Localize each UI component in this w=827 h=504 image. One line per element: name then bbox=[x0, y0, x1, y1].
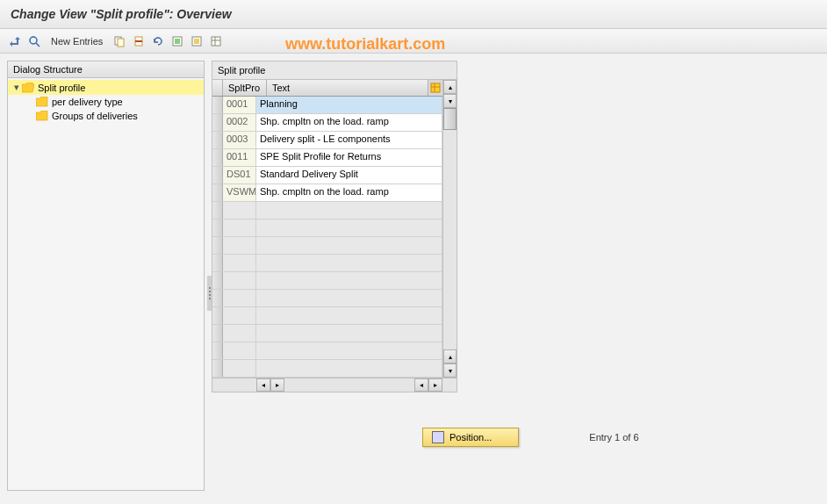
entry-count-text: Entry 1 of 6 bbox=[589, 432, 638, 443]
cell-text[interactable]: Standard Delivery Split bbox=[256, 167, 442, 184]
column-header-text[interactable]: Text bbox=[267, 80, 428, 96]
table-row[interactable]: VSWM Shp. cmpltn on the load. ramp bbox=[212, 184, 442, 202]
cell-code[interactable]: 0003 bbox=[223, 132, 256, 148]
tree-item-per-delivery-type[interactable]: per delivery type bbox=[8, 95, 204, 109]
cell-code[interactable]: 0001 bbox=[223, 97, 256, 113]
table-row[interactable]: 0001 Planning bbox=[212, 97, 442, 114]
position-button[interactable]: Position... bbox=[422, 428, 519, 447]
table-row[interactable]: 0002 Shp. cmpltn on the load. ramp bbox=[212, 114, 442, 132]
scroll-left-icon[interactable]: ◂ bbox=[256, 378, 270, 392]
folder-open-icon bbox=[22, 83, 34, 93]
column-header-code[interactable]: SpltPro bbox=[223, 80, 267, 96]
row-selector[interactable] bbox=[212, 114, 223, 131]
toggle-display-icon[interactable] bbox=[7, 33, 23, 49]
deselect-all-icon[interactable] bbox=[189, 33, 205, 49]
table-row[interactable] bbox=[212, 360, 442, 378]
cell-code[interactable]: 0002 bbox=[223, 114, 256, 131]
table-row[interactable] bbox=[212, 255, 442, 272]
cell-text[interactable]: Delivery split - LE components bbox=[256, 132, 442, 148]
scroll-down-icon[interactable]: ▾ bbox=[443, 364, 457, 378]
new-entries-button[interactable]: New Entries bbox=[46, 34, 108, 48]
tree-item-groups-of-deliveries[interactable]: Groups of deliveries bbox=[8, 109, 204, 123]
scroll-down-icon[interactable]: ▾ bbox=[443, 94, 457, 108]
tree-item-label: Split profile bbox=[38, 83, 85, 93]
page-title: Change View "Split profile": Overview bbox=[0, 0, 827, 29]
folder-icon bbox=[36, 97, 48, 107]
svg-point-0 bbox=[30, 37, 37, 44]
split-profile-title: Split profile bbox=[212, 61, 457, 80]
scroll-thumb[interactable] bbox=[443, 108, 457, 130]
cell-text[interactable]: Shp. cmpltn on the load. ramp bbox=[256, 114, 442, 131]
svg-rect-3 bbox=[118, 39, 124, 47]
dialog-structure-header: Dialog Structure bbox=[8, 61, 204, 78]
configure-columns-icon[interactable] bbox=[428, 80, 442, 96]
table-row[interactable] bbox=[212, 325, 442, 342]
folder-icon bbox=[36, 111, 48, 121]
tree-item-label: Groups of deliveries bbox=[52, 111, 138, 121]
table-row[interactable]: 0011 SPE Split Profile for Returns bbox=[212, 149, 442, 167]
scroll-right-icon[interactable]: ▸ bbox=[270, 378, 284, 392]
table-header: SpltPro Text bbox=[212, 80, 442, 97]
cell-code[interactable]: VSWM bbox=[223, 184, 256, 201]
row-selector[interactable] bbox=[212, 184, 223, 201]
vertical-scrollbar[interactable]: ▴ ▾ ▴ ▾ bbox=[442, 80, 457, 378]
cell-code[interactable]: 0011 bbox=[223, 149, 256, 166]
main-panel: Split profile SpltPro Text 000 bbox=[212, 54, 827, 498]
scroll-left-icon[interactable]: ◂ bbox=[414, 378, 428, 392]
table-row[interactable] bbox=[212, 237, 442, 255]
cell-text[interactable]: Planning bbox=[256, 97, 442, 113]
cell-text[interactable]: SPE Split Profile for Returns bbox=[256, 149, 442, 166]
table-row[interactable]: 0003 Delivery split - LE components bbox=[212, 132, 442, 149]
table-row[interactable] bbox=[212, 307, 442, 325]
toolbar: New Entries bbox=[0, 29, 827, 54]
dialog-structure-panel: Dialog Structure ▾ Split profile per del… bbox=[7, 61, 205, 491]
table-row[interactable] bbox=[212, 342, 442, 360]
table-row[interactable] bbox=[212, 290, 442, 307]
tree-item-label: per delivery type bbox=[52, 97, 123, 107]
delete-icon[interactable] bbox=[131, 33, 147, 49]
horizontal-scrollbar[interactable]: ◂ ▸ ◂ ▸ bbox=[212, 378, 457, 392]
svg-rect-9 bbox=[194, 39, 199, 44]
row-selector[interactable] bbox=[212, 97, 223, 113]
tree-item-split-profile[interactable]: ▾ Split profile bbox=[8, 80, 204, 95]
row-selector[interactable] bbox=[212, 132, 223, 148]
position-button-label: Position... bbox=[449, 432, 492, 443]
row-selector[interactable] bbox=[212, 149, 223, 166]
table-settings-icon[interactable] bbox=[208, 33, 224, 49]
svg-line-1 bbox=[36, 43, 40, 47]
splitter-handle[interactable] bbox=[207, 276, 212, 311]
cell-text[interactable]: Shp. cmpltn on the load. ramp bbox=[256, 184, 442, 201]
select-all-icon[interactable] bbox=[169, 33, 185, 49]
table-row[interactable] bbox=[212, 202, 442, 220]
cell-code[interactable]: DS01 bbox=[223, 167, 256, 184]
table-row[interactable] bbox=[212, 272, 442, 290]
scroll-up-icon[interactable]: ▴ bbox=[443, 349, 457, 364]
tree: ▾ Split profile per delivery type Groups… bbox=[8, 78, 204, 125]
content-area: Dialog Structure ▾ Split profile per del… bbox=[0, 54, 827, 498]
table-body: 0001 Planning 0002 Shp. cmpltn on the lo… bbox=[212, 97, 442, 378]
undo-icon[interactable] bbox=[150, 33, 166, 49]
collapse-icon[interactable]: ▾ bbox=[11, 82, 22, 93]
copy-icon[interactable] bbox=[111, 33, 127, 49]
row-selector[interactable] bbox=[212, 167, 223, 184]
svg-rect-10 bbox=[212, 37, 220, 46]
table-row[interactable]: DS01 Standard Delivery Split bbox=[212, 167, 442, 184]
svg-rect-7 bbox=[175, 39, 180, 44]
split-profile-panel: Split profile SpltPro Text 000 bbox=[212, 61, 457, 392]
scroll-up-icon[interactable]: ▴ bbox=[443, 80, 457, 94]
footer: Position... Entry 1 of 6 bbox=[422, 428, 820, 447]
find-icon[interactable] bbox=[26, 33, 42, 49]
svg-rect-13 bbox=[431, 83, 440, 92]
scroll-right-icon[interactable]: ▸ bbox=[428, 378, 442, 392]
table-row[interactable] bbox=[212, 220, 442, 237]
position-icon bbox=[432, 431, 444, 443]
